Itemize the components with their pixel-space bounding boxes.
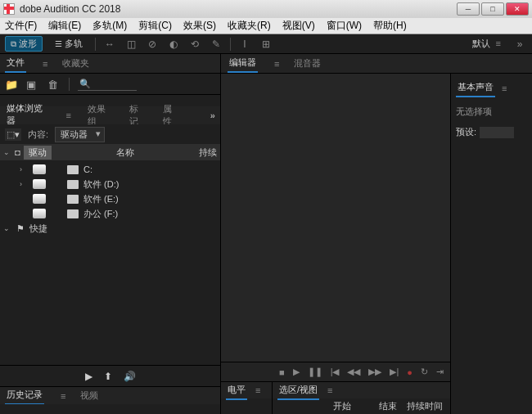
menu-icon[interactable]: ≡ [43,59,47,69]
tab-history[interactable]: 历史记录 [5,386,44,405]
menu-file[interactable]: 文件(F) [5,19,37,33]
drive-icon [33,179,46,189]
files-panel-tabs: 文件 ≡ 收藏夹 [0,54,220,74]
forward-button[interactable]: ▶▶ [368,367,381,377]
maximize-button[interactable]: □ [481,2,504,16]
essential-sound-panel: 基本声音≡ 无选择项 预设: [450,74,532,414]
workspace-default[interactable]: 默认 ≡ [464,36,506,52]
menu-icon[interactable]: ≡ [502,83,507,93]
separator [95,38,96,51]
collapse-icon[interactable]: ⌄ [3,148,11,156]
titlebar: dobe Audition CC 2018 ─ □ ✕ [0,0,532,18]
media-footer: ▶ ⬆ 🔊 [0,365,220,386]
menu-icon[interactable]: ≡ [61,391,65,401]
record-button[interactable]: ● [407,367,413,377]
tree-header-drive[interactable]: 驱动 [24,146,52,160]
rewind-button[interactable]: ◀◀ [347,367,360,377]
menu-icon[interactable]: ≡ [255,385,260,395]
content-select[interactable]: 驱动器 [55,127,105,142]
menu-effects[interactable]: 效果(S) [183,19,216,33]
col-start: 开始 [309,398,354,414]
menu-icon[interactable]: ≡ [274,59,279,69]
stop-button[interactable]: ■ [279,367,285,377]
tab-selection-view[interactable]: 选区/视图 [277,381,319,400]
tree-row-e[interactable]: 软件 (E:) [0,191,220,206]
speaker-icon[interactable]: 🔊 [124,371,136,382]
open-file-icon[interactable]: 📁 [5,79,18,90]
tool-button-1[interactable]: ↔ [102,37,117,52]
search-icon: 🔍 [79,79,91,89]
tree-header: ⌄ ◘ 驱动 名称 持续 [0,144,220,160]
content-label: 内容: [28,128,48,141]
history-body [0,404,220,414]
skip-forward-button[interactable]: ▶| [390,367,399,377]
tree-row-d[interactable]: ›软件 (D:) [0,177,220,191]
tree-row-quick[interactable]: ⌄⚑快捷 [0,221,220,236]
pause-button[interactable]: ❚❚ [308,367,322,377]
search-input[interactable]: 🔍 [78,78,137,91]
menu-icon: ≡ [496,38,501,48]
tab-favorites[interactable]: 收藏夹 [61,55,91,72]
flag-icon: ⚑ [16,223,25,234]
tab-essential-sound[interactable]: 基本声音 [456,79,495,97]
expand-icon: › [20,165,28,173]
menu-clip[interactable]: 剪辑(C) [138,19,172,33]
mode-multitrack-button[interactable]: ☰多轨 [49,36,88,52]
delete-icon[interactable]: 🗑 [47,79,61,90]
menu-help[interactable]: 帮助(H) [373,19,407,33]
drive-icon [33,194,46,204]
drive-icon [67,195,79,204]
editor-panel-tabs: 编辑器 ≡ 混音器 [221,54,532,74]
tree-header-name[interactable]: 名称 [102,146,147,159]
preview-play-button[interactable]: ▶ [85,371,92,382]
content-type-icon[interactable]: ⬚▾ [5,128,21,141]
workspace-chevron[interactable]: » [512,37,527,52]
tab-video[interactable]: 视频 [79,387,100,404]
drive-icon [67,209,79,218]
tree-header-duration[interactable]: 持续 [199,146,217,159]
menu-window[interactable]: 窗口(W) [327,19,362,33]
tool-button-2[interactable]: ◫ [124,37,138,52]
drive-icon [67,180,79,189]
tree-row-c[interactable]: ›C: [0,162,220,177]
tree-row-f[interactable]: 办公 (F:) [0,206,220,221]
tool-button-4[interactable]: ◐ [166,37,181,52]
tool-button-6[interactable]: ✎ [209,37,223,52]
preset-label: 预设: [456,126,476,138]
panel-more-icon[interactable]: » [210,110,215,120]
tab-levels[interactable]: 电平 [226,381,247,400]
close-button[interactable]: ✕ [506,2,529,16]
editor-stage[interactable] [221,74,450,362]
tab-mixer[interactable]: 混音器 [292,55,322,72]
menu-favorites[interactable]: 收藏夹(R) [228,19,271,33]
menu-edit[interactable]: 编辑(E) [48,19,81,33]
tool-button-3[interactable]: ⊘ [145,37,160,52]
mode-waveform-button[interactable]: ⧉波形 [5,36,43,52]
skip-selection-button[interactable]: ⇥ [436,367,444,377]
menu-view[interactable]: 视图(V) [282,19,315,33]
separator [69,78,70,91]
selection-grid: 开始结束持续时间 选区0:00.0000:00.0000:00.000 [273,398,450,414]
tool-button-7[interactable]: I [237,37,252,52]
loop-button[interactable]: ↻ [421,367,428,377]
menu-icon[interactable]: ≡ [66,110,71,120]
drive-type-icon: ◘ [15,147,20,157]
upload-icon[interactable]: ⬆ [104,371,112,382]
drive-icon [33,164,46,174]
menu-icon[interactable]: ≡ [327,385,332,395]
expand-icon: › [20,180,28,188]
menu-multitrack[interactable]: 多轨(M) [92,19,127,33]
col-end: 结束 [354,398,400,414]
record-icon[interactable]: ▣ [26,79,39,90]
play-button[interactable]: ▶ [293,367,300,377]
drive-icon [33,209,46,218]
tool-button-8[interactable]: ⊞ [259,37,273,52]
preset-select[interactable] [480,127,514,138]
minimize-button[interactable]: ─ [457,2,480,16]
tab-editor[interactable]: 编辑器 [228,54,258,73]
skip-back-button[interactable]: |◀ [331,367,340,377]
tab-files[interactable]: 文件 [5,54,26,73]
window-title: dobe Audition CC 2018 [20,3,457,15]
drive-icon [67,165,79,174]
tool-button-5[interactable]: ⟲ [187,37,202,52]
